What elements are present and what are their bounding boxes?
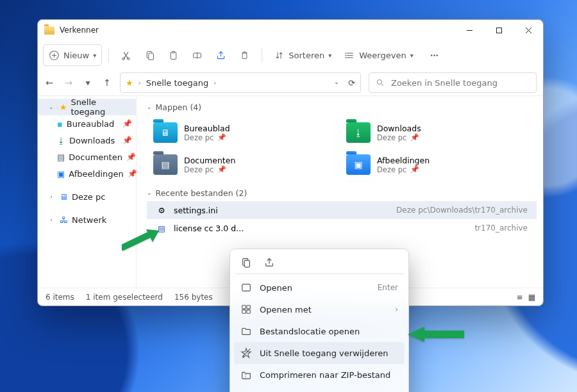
sep [235, 274, 403, 274]
file-row[interactable]: ▤ license cc 3.0 d… tr170_archive [147, 219, 537, 237]
view-button[interactable]: Weergeven ▾ [339, 44, 418, 66]
svg-rect-31 [242, 284, 251, 291]
folder-name: Bureaublad [184, 124, 230, 133]
folder-name: Documenten [184, 156, 235, 165]
sidebar-item-this-pc[interactable]: › 🖥 Deze pc [38, 188, 136, 205]
network-icon: 🖧 [60, 215, 68, 225]
sep [262, 47, 262, 63]
back-button[interactable]: ← [44, 78, 54, 88]
ctx-label: Uit Snelle toegang verwijderen [260, 348, 389, 358]
ctx-hint: Enter [378, 283, 398, 292]
svg-rect-35 [247, 310, 250, 313]
ctx-open[interactable]: Openen Enter [234, 277, 405, 298]
ctx-compress-zip[interactable]: Comprimeren naar ZIP-bestand [234, 364, 405, 386]
ctx-open-with[interactable]: Openen met › [234, 298, 405, 320]
chevron-down-icon: ⌄ [147, 104, 152, 110]
sidebar-item-label: Netwerk [72, 215, 106, 225]
ctx-label: Bestandslocatie openen [260, 327, 360, 336]
sidebar-item-label: Downloads [69, 136, 115, 145]
file-row[interactable]: ⚙ settings.ini Deze pc\Downloads\tr170_a… [147, 201, 537, 219]
cut-button[interactable] [115, 44, 137, 66]
svg-point-22 [346, 54, 347, 56]
sidebar-item-label: Deze pc [72, 192, 105, 202]
chevron-right-icon: › [213, 79, 216, 86]
copy-icon[interactable] [240, 257, 252, 268]
address-bar[interactable]: ★ › Snelle toegang › ⌄ ⟳ [120, 72, 361, 93]
address-dropdown[interactable]: ⌄ [334, 78, 339, 88]
search-input[interactable] [391, 78, 530, 88]
chevron-right-icon: › [395, 305, 398, 314]
ctx-remove-quick-access[interactable]: Uit Snelle toegang verwijderen [234, 342, 405, 364]
sidebar-item-documents[interactable]: ▤ Documenten 📌 [38, 149, 136, 165]
folder-documents[interactable]: ▤ DocumentenDeze pc 📌 [153, 150, 339, 179]
minimize-button[interactable] [455, 20, 484, 40]
folder-downloads[interactable]: ⭳ DownloadsDeze pc 📌 [346, 118, 531, 147]
history-dropdown[interactable]: ▾ [83, 78, 93, 88]
new-button[interactable]: Nieuw ▾ [43, 44, 102, 66]
sidebar-item-network[interactable]: › 🖧 Netwerk [38, 211, 136, 228]
chevron-down-icon: ▾ [93, 52, 96, 59]
svg-point-21 [346, 53, 347, 54]
svg-point-27 [377, 79, 381, 84]
unpin-icon [240, 347, 252, 359]
pictures-icon: ▣ [57, 169, 65, 179]
recent-files: ⚙ settings.ini Deze pc\Downloads\tr170_a… [140, 200, 543, 237]
group-folders[interactable]: ⌄ Mappen (4) [140, 100, 543, 114]
sidebar-item-downloads[interactable]: ⭳ Downloads 📌 [38, 132, 136, 149]
breadcrumb-root[interactable]: Snelle toegang [146, 78, 209, 88]
plus-circle-icon [49, 50, 60, 61]
pin-icon: 📌 [217, 165, 226, 174]
desktop-icon: ▪ [57, 119, 63, 129]
folder-name: Downloads [377, 124, 421, 133]
more-button[interactable] [424, 44, 445, 66]
sort-button[interactable]: Sorteren ▾ [269, 44, 337, 66]
sidebar-item-label: Afbeeldingen [69, 169, 123, 179]
refresh-button[interactable]: ⟳ [348, 78, 355, 88]
share-icon[interactable] [263, 257, 275, 268]
rename-button[interactable] [187, 44, 208, 66]
close-button[interactable] [514, 20, 543, 40]
details-view-button[interactable]: ≡ [517, 293, 523, 302]
share-button[interactable] [210, 44, 231, 66]
sidebar-item-quick-access[interactable]: ⌄ ★ Snelle toegang [38, 99, 136, 115]
folder-icon: ▤ [153, 154, 178, 175]
forward-button[interactable]: → [63, 78, 74, 88]
search-box[interactable] [369, 72, 537, 93]
svg-rect-1 [496, 28, 501, 33]
group-recent[interactable]: ⌄ Recente bestanden (2) [140, 186, 543, 200]
ctx-label: Comprimeren naar ZIP-bestand [260, 370, 390, 380]
sidebar-item-desktop[interactable]: ▪ Bureaublad 📌 [38, 115, 136, 132]
toolbar: Nieuw ▾ Sorteren ▾ Weergeven ▾ [38, 40, 543, 70]
paste-button[interactable] [163, 44, 184, 66]
delete-button[interactable] [234, 44, 255, 66]
window-title: Verkenner [60, 26, 99, 35]
svg-point-23 [346, 57, 347, 58]
folder-icon: 🖥 [153, 122, 178, 143]
folder-pictures[interactable]: ▣ AfbeeldingenDeze pc 📌 [346, 150, 531, 179]
more-icon [429, 50, 440, 61]
copy-button[interactable] [139, 44, 160, 66]
svg-point-8 [128, 57, 130, 59]
app-icon [44, 26, 54, 35]
ctx-open-location[interactable]: Bestandslocatie openen [234, 320, 405, 342]
pin-icon: 📌 [122, 136, 132, 145]
pin-icon: 📌 [126, 152, 136, 161]
thumbnails-view-button[interactable]: ▦ [528, 293, 535, 302]
star-icon: ★ [60, 102, 67, 112]
chevron-down-icon: ▾ [410, 52, 414, 59]
search-icon [376, 78, 385, 87]
folder-icon: ⭳ [346, 122, 371, 143]
ctx-copy-path[interactable]: Als pad kopiëren [234, 386, 405, 392]
chevron-down-icon: ▾ [328, 52, 331, 59]
sidebar: ⌄ ★ Snelle toegang ▪ Bureaublad 📌 ⭳ Down… [38, 96, 137, 288]
status-items: 6 items [46, 293, 74, 302]
file-path: Deze pc\Downloads\tr170_archive [396, 206, 528, 215]
titlebar: Verkenner [38, 20, 543, 40]
maximize-button[interactable] [484, 20, 514, 40]
folder-desktop[interactable]: 🖥 BureaubladDeze pc 📌 [153, 118, 339, 147]
sidebar-item-pictures[interactable]: ▣ Afbeeldingen 📌 [38, 165, 136, 182]
download-icon: ⭳ [57, 136, 65, 145]
view-label: Weergeven [359, 51, 406, 60]
chevron-right-icon: › [138, 79, 141, 86]
up-button[interactable]: ↑ [102, 78, 112, 88]
